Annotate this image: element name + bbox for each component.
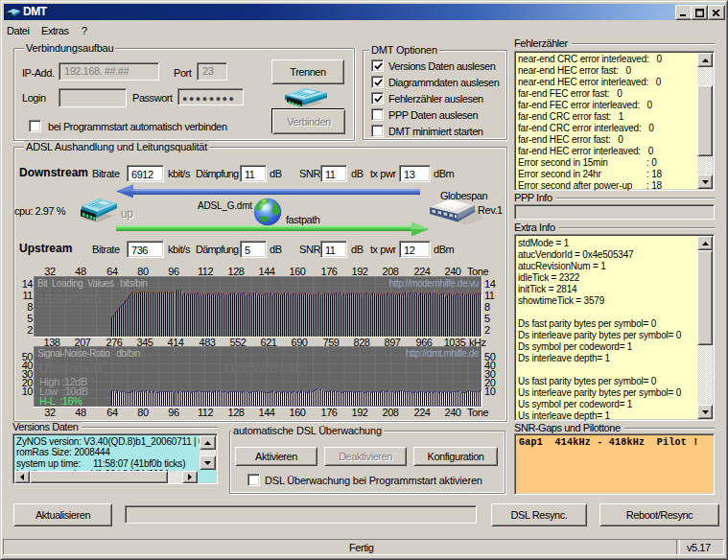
svg-text:Signal-Noise-Ratio db/bin: Signal-Noise-Ratio db/bin [37,348,140,359]
svg-text:208: 208 [382,266,398,277]
svg-text:64: 64 [106,407,118,418]
svg-text:11: 11 [484,290,495,301]
svg-text:8: 8 [27,301,33,313]
svg-text:80: 80 [137,407,149,418]
svg-text:11: 11 [22,290,33,301]
svg-text:8: 8 [484,301,490,313]
svg-text:192: 192 [351,407,367,418]
svg-text:160: 160 [289,266,305,277]
svg-text:192: 192 [351,266,367,277]
svg-text:32: 32 [44,407,56,418]
svg-text:Upstream: Upstream [38,360,102,376]
svg-text:240: 240 [444,266,460,277]
svg-text:224: 224 [413,407,430,418]
svg-text:48: 48 [75,266,86,277]
svg-text:14: 14 [22,278,34,290]
svg-text:10: 10 [22,385,34,397]
svg-text:Downstream: Downstream [224,360,307,376]
svg-text:112: 112 [198,266,214,277]
svg-text:176: 176 [320,266,337,277]
svg-text:32: 32 [44,266,56,277]
svg-text:H-L :16%: H-L :16% [39,395,82,407]
svg-text:112: 112 [198,407,214,418]
svg-text:48: 48 [75,407,86,418]
svg-text:128: 128 [227,407,244,418]
svg-text:144: 144 [258,407,274,418]
svg-text:http://modemhilfe.de.vu: http://modemhilfe.de.vu [388,278,479,289]
svg-text:64: 64 [106,266,118,277]
svg-text:128: 128 [227,266,244,277]
svg-text:14: 14 [484,278,496,290]
svg-text:224: 224 [413,266,430,277]
svg-text:144: 144 [258,266,274,277]
svg-text:10: 10 [484,385,496,397]
svg-text:Tone: Tone [467,266,488,277]
svg-text:Upstream: Upstream [38,290,102,306]
svg-text:96: 96 [168,407,179,418]
svg-text:5: 5 [27,313,33,324]
svg-text:2: 2 [484,324,490,336]
svg-text:Bit Loading Values bits/bi: Bit Loading Values bits/bin [37,278,147,289]
svg-text:5: 5 [484,313,490,324]
svg-text:2: 2 [27,324,33,336]
svg-text:http://dmt.mhilfe.de: http://dmt.mhilfe.de [406,348,480,359]
svg-text:176: 176 [320,407,337,418]
svg-text:Tone: Tone [467,407,488,418]
svg-text:208: 208 [382,407,398,418]
svg-text:96: 96 [168,266,179,277]
svg-text:240: 240 [444,407,460,418]
svg-text:80: 80 [137,266,149,277]
svg-text:160: 160 [289,407,305,418]
